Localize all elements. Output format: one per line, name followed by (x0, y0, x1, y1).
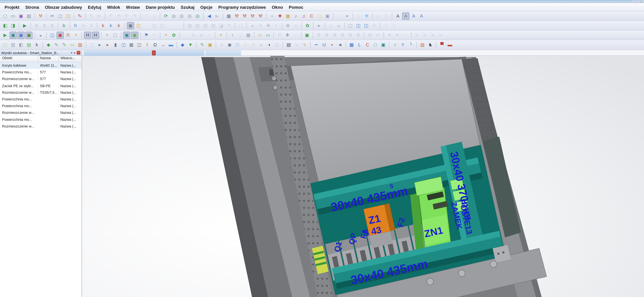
toolbar-icon[interactable]: ▢ (2, 41, 9, 48)
toolbar-icon[interactable]: ○ (258, 41, 265, 48)
toolbar-icon[interactable]: ○ (250, 41, 257, 48)
toolbar-icon[interactable]: ◫ (136, 41, 143, 48)
toolbar-icon[interactable]: ◆ (45, 41, 52, 48)
toolbar-icon[interactable]: ▢ (112, 32, 118, 39)
menu-edytuj[interactable]: Edytuj (85, 4, 104, 10)
toolbar-icon[interactable]: ◨ (10, 22, 16, 29)
toolbar-icon[interactable]: ✛ (363, 12, 370, 19)
table-row[interactable]: Rozmieszczenie w...Nazwa (... (0, 123, 82, 130)
toolbar-icon[interactable]: ▮ (112, 41, 119, 48)
menu-wstaw[interactable]: Wstaw (123, 4, 143, 10)
new-page-icon[interactable]: ▢ (2, 12, 9, 19)
toolbar-icon[interactable]: ✚ (284, 32, 291, 39)
toolbar-icon[interactable]: A (418, 12, 425, 19)
table-row[interactable]: Rozmieszczenie w...577Nazwa (... (0, 76, 82, 82)
toolbar-icon[interactable]: ⚒ (249, 12, 256, 19)
toolbar-icon[interactable]: ⊕ (284, 22, 292, 29)
toolbar-icon[interactable]: ▭ (264, 32, 272, 39)
toolbar-icon[interactable]: ▪ (344, 12, 350, 19)
toolbar-icon[interactable]: ♞ (427, 41, 434, 48)
menu-szukaj[interactable]: Szukaj (178, 4, 198, 10)
table-row[interactable]: Powierzchnia mo...577Nazwa (... (0, 69, 82, 76)
minimize-button[interactable]: ─ (632, 1, 638, 3)
toolbar-icon[interactable]: ▣ (324, 12, 331, 19)
toolbar-icon[interactable]: ▨ (419, 41, 426, 48)
toolbar-icon[interactable]: ⚒ (233, 12, 240, 19)
toolbar-icon[interactable]: ♫ (300, 12, 307, 19)
toolbar-icon[interactable]: b (60, 22, 68, 29)
menu-programy-narz-dziowe[interactable]: Programy narzędziowe (216, 4, 269, 10)
toolbar-icon[interactable]: H (92, 32, 99, 39)
3d-viewport[interactable]: 30x40 435mm 30x40 435mm 30x40 370mm Z1 S… (82, 56, 644, 297)
toolbar-icon[interactable]: k (33, 41, 40, 48)
toolbar-icon[interactable]: ▣ (25, 32, 32, 39)
toolbar-icon[interactable]: k (100, 22, 107, 29)
toolbar-icon[interactable]: A (410, 12, 417, 19)
toolbar-icon[interactable]: ▩ (348, 41, 355, 48)
toolbar-icon[interactable]: ▀ (438, 41, 446, 48)
toolbar-icon[interactable]: ▪ (268, 12, 276, 19)
omega-icon[interactable]: Ω (152, 41, 159, 48)
menu-pomoc[interactable]: Pomoc (286, 4, 306, 10)
toolbar-icon[interactable]: ✎ (53, 41, 60, 48)
toolbar-icon[interactable]: □ (234, 41, 241, 48)
cut-icon[interactable]: ✂ (49, 12, 56, 19)
toolbar-icon[interactable]: ◉ (226, 41, 233, 48)
toolbar-icon[interactable]: ○ (242, 41, 249, 48)
toolbar-icon[interactable]: ◫ (135, 22, 142, 29)
column-header-nazwa[interactable]: Nazwa (38, 56, 58, 62)
menu-obszar-zabudowy[interactable]: Obszar zabudowy (42, 4, 85, 10)
toolbar-icon[interactable]: ━ (313, 41, 320, 48)
toolbar-icon[interactable]: ▦ (245, 32, 252, 39)
table-row[interactable]: Rozmieszczenie w...TS35/7,5...Nazwa (... (0, 89, 82, 96)
open-project-icon[interactable]: ▭ (10, 12, 16, 19)
toolbar-icon[interactable]: ▣ (380, 41, 387, 48)
toolbar-icon[interactable]: Y (399, 41, 406, 48)
toolbar-icon[interactable]: ✛ (265, 22, 272, 29)
page-properties-icon[interactable]: ▣ (18, 12, 24, 19)
toolbar-icon[interactable]: ▣ (206, 41, 214, 48)
toolbar-icon[interactable]: ✿ (170, 32, 177, 39)
toolbar-icon[interactable]: ▤ (25, 41, 32, 48)
table-row[interactable]: Rozmieszczenie w...Nazwa (... (0, 109, 82, 116)
toolbar-icon[interactable]: ♀ (392, 41, 398, 48)
menu-opcje[interactable]: Opcje (198, 4, 216, 10)
toolbar-icon[interactable]: ◓ (72, 32, 80, 39)
toolbar-icon[interactable]: ◄ (336, 41, 344, 48)
toolbar-icon[interactable]: ▪ (328, 41, 336, 48)
toolbar-icon[interactable]: ⚑ (143, 32, 150, 39)
menu-widok[interactable]: Widok (104, 4, 123, 10)
toolbar-icon[interactable]: ◒ (37, 32, 44, 39)
toolbar-icon[interactable]: ▼ (187, 41, 194, 48)
toolbar-icon[interactable]: ◓ (104, 32, 111, 39)
back-icon[interactable]: ◀ (206, 12, 213, 19)
paste-icon[interactable]: ◫ (64, 12, 72, 19)
toolbar-icon[interactable]: ✚ (276, 12, 284, 19)
toolbar-icon[interactable]: ◫ (143, 22, 150, 29)
menu-strona[interactable]: Strona (22, 4, 42, 10)
toolbar-icon[interactable]: ╰ (407, 41, 414, 48)
toolbar-icon[interactable]: ▬ (168, 41, 174, 48)
toolbar-icon[interactable]: ▣ (131, 32, 138, 39)
viewport-tab[interactable] (205, 50, 241, 56)
toolbar-icon[interactable]: ▣ (18, 32, 24, 39)
pin-icon[interactable]: ● (74, 51, 75, 54)
toolbar-icon[interactable]: ◓ (217, 32, 224, 39)
grid-icon[interactable]: ▦ (225, 12, 232, 19)
table-row[interactable]: Zacisk PE ze styki...SB-PENazwa (... (0, 82, 82, 89)
toolbar-icon[interactable]: ◧ (18, 41, 24, 48)
font-frame-icon[interactable]: A (402, 12, 409, 19)
toolbar-icon[interactable]: ▣ (304, 32, 311, 39)
toolbar-icon[interactable]: ◓ (162, 32, 170, 39)
toolbar-icon[interactable]: ▭ (256, 32, 264, 39)
toolbar-icon[interactable]: L (356, 41, 363, 48)
toolbar-icon[interactable]: ▤ (285, 41, 292, 48)
maximize-button[interactable]: ▢ (638, 1, 644, 3)
title-bar[interactable]: ─ ▢ ✕ (0, 0, 644, 3)
toolbar-icon[interactable]: ↑ (229, 32, 236, 39)
toolbar-icon[interactable]: ▸ (316, 22, 323, 29)
toolbar-icon[interactable]: C (364, 41, 371, 48)
toolbar-icon[interactable]: ▣ (123, 32, 130, 39)
zoom-fit-icon[interactable]: ◎ (194, 12, 201, 19)
toolbar-icon[interactable]: ✿ (304, 22, 311, 29)
